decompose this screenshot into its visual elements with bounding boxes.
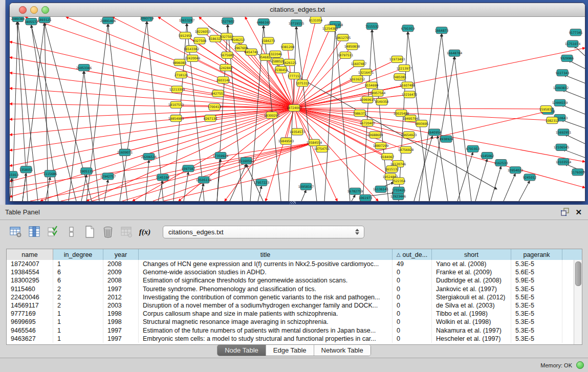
- table-row[interactable]: 946554611997Estimation of the future num…: [7, 326, 574, 335]
- panel-resize-grip[interactable]: [290, 201, 296, 204]
- graph-node[interactable]: 18957564: [370, 90, 386, 96]
- graph-node[interactable]: 8549358: [375, 98, 389, 105]
- graph-node[interactable]: 19354573: [290, 128, 306, 135]
- graph-node[interactable]: 22420046: [185, 55, 201, 61]
- graph-node[interactable]: 17957223: [254, 179, 270, 186]
- table-body[interactable]: 1872400712008Changes of HCN gene express…: [7, 260, 574, 344]
- graph-node[interactable]: 10754751: [314, 145, 330, 152]
- graph-node[interactable]: 1115686: [43, 170, 57, 177]
- network-canvas[interactable]: 2089384340557218931252089140620937191065…: [10, 17, 585, 201]
- graph-node[interactable]: 10719155: [289, 20, 304, 27]
- column-header-short[interactable]: short: [432, 249, 511, 260]
- column-header-pagerank[interactable]: pagerank: [511, 249, 562, 260]
- graph-node[interactable]: 1664873: [435, 27, 449, 34]
- graph-node[interactable]: 3405572: [25, 18, 38, 25]
- table-mode-icon[interactable]: [8, 224, 24, 239]
- graph-node[interactable]: 1527602: [221, 18, 235, 25]
- table-scrollbar[interactable]: [574, 260, 582, 344]
- graph-node[interactable]: 18300295: [264, 112, 280, 119]
- graph-node[interactable]: 9381208: [281, 43, 295, 50]
- graph-node[interactable]: 16720407: [360, 120, 376, 126]
- import-table-icon[interactable]: [119, 224, 134, 239]
- graph-node[interactable]: 1082312: [546, 117, 559, 124]
- graph-node[interactable]: 2603144: [216, 77, 230, 83]
- graph-node[interactable]: 11607488: [400, 82, 416, 89]
- column-header-out-de-[interactable]: △out_de...: [393, 249, 432, 260]
- graph-node[interactable]: 1358051: [19, 166, 33, 173]
- graph-node[interactable]: 18107553: [168, 101, 184, 108]
- graph-node[interactable]: 9893695: [415, 120, 429, 127]
- graph-node[interactable]: 19495794: [403, 115, 419, 122]
- delete-trash-icon[interactable]: [100, 224, 116, 239]
- graph-node[interactable]: 16648784: [447, 50, 463, 56]
- table-row[interactable]: 1456911722003Disruption of a novel membe…: [7, 301, 574, 310]
- table-row[interactable]: 1830029562008Estimation of significance …: [7, 276, 574, 285]
- table-row[interactable]: 2242004622012Investigating the contribut…: [7, 293, 574, 301]
- table-select-dropdown[interactable]: citations_edges.txt: [163, 226, 364, 238]
- graph-node[interactable]: 19654923: [401, 132, 417, 138]
- graph-node[interactable]: 10958167: [298, 183, 314, 190]
- graph-node[interactable]: 1905135: [80, 168, 94, 174]
- column-header-in-degree[interactable]: in_degree: [53, 249, 103, 260]
- graph-node[interactable]: 9154699: [365, 82, 379, 89]
- graph-node[interactable]: 12444159: [552, 99, 568, 106]
- graph-node[interactable]: 14850838: [344, 43, 360, 50]
- graph-node[interactable]: 1061973: [359, 194, 373, 201]
- graph-node[interactable]: 12106545: [554, 144, 570, 150]
- graph-node[interactable]: 6791919: [401, 25, 415, 32]
- table-row[interactable]: 977716911998Corpus callosum shape and si…: [7, 310, 574, 318]
- graph-node[interactable]: 18724007: [287, 104, 302, 111]
- graph-node[interactable]: 2522354: [392, 178, 406, 184]
- graph-node[interactable]: 6791913: [466, 145, 480, 152]
- graph-node[interactable]: 19854983: [168, 115, 184, 122]
- graph-node[interactable]: 7986372: [353, 110, 367, 117]
- function-builder-icon[interactable]: f(x): [137, 224, 153, 239]
- select-columns-icon[interactable]: [45, 224, 60, 239]
- graph-node[interactable]: 2718126: [175, 72, 188, 78]
- tab-network-table[interactable]: Network Table: [314, 345, 371, 356]
- graph-node[interactable]: 18807299: [373, 142, 389, 149]
- graph-node[interactable]: 1640954: [428, 129, 442, 136]
- graph-node[interactable]: 9177345: [569, 29, 583, 36]
- graph-node[interactable]: 9327508: [193, 37, 207, 44]
- graph-node[interactable]: 20891406: [100, 17, 116, 24]
- graph-node[interactable]: 11616212: [350, 76, 365, 82]
- graph-node[interactable]: 16136141: [373, 186, 389, 192]
- graph-node[interactable]: 11607487: [351, 60, 367, 67]
- graph-node[interactable]: 10688609: [367, 132, 383, 138]
- show-columns-icon[interactable]: [27, 224, 42, 239]
- graph-node[interactable]: 8267130: [204, 115, 217, 122]
- graph-node[interactable]: 19612705: [335, 34, 351, 41]
- graph-node[interactable]: 8427552: [211, 90, 225, 97]
- float-panel-icon[interactable]: [560, 208, 570, 217]
- graph-node[interactable]: 12923446: [390, 193, 406, 200]
- graph-node[interactable]: 1733426: [392, 187, 406, 193]
- graph-node[interactable]: 9896083: [173, 59, 187, 65]
- table-row[interactable]: 969969511998Structural magnetic resonanc…: [7, 318, 574, 326]
- graph-node[interactable]: 9397587: [182, 165, 195, 172]
- graph-node[interactable]: 7485081: [393, 74, 407, 80]
- graph-node[interactable]: 1615132: [385, 166, 399, 172]
- graph-node[interactable]: 10954022: [508, 167, 524, 173]
- table-row[interactable]: 911546021997Tourette syndrome. Phenomeno…: [7, 285, 574, 293]
- graph-node[interactable]: 21609071: [117, 149, 133, 156]
- graph-node[interactable]: 1595832: [539, 105, 553, 112]
- graph-node[interactable]: 5912954: [179, 32, 192, 39]
- graph-node[interactable]: 2093719: [140, 17, 154, 21]
- graph-node[interactable]: 20206536: [141, 153, 157, 160]
- graph-node[interactable]: 12093832: [553, 84, 569, 91]
- column-header-name[interactable]: name: [7, 249, 53, 260]
- row-height-icon[interactable]: [63, 224, 79, 239]
- table-row[interactable]: 1872400712008Changes of HCN gene express…: [7, 260, 574, 268]
- graph-node[interactable]: 10653287: [179, 17, 195, 24]
- graph-node[interactable]: 9162533: [494, 160, 508, 166]
- graph-node[interactable]: 1176005: [571, 169, 585, 176]
- graph-node[interactable]: 1145194: [156, 174, 170, 181]
- graph-node[interactable]: 5675685: [221, 52, 234, 58]
- graph-node[interactable]: 13584554: [307, 139, 322, 146]
- graph-node[interactable]: 17359924: [213, 152, 229, 159]
- graph-node[interactable]: 25160592: [238, 158, 254, 164]
- graph-node[interactable]: 9227343: [556, 70, 570, 76]
- graph-node[interactable]: 1322046: [269, 51, 282, 57]
- tab-edge-table[interactable]: Edge Table: [266, 345, 314, 356]
